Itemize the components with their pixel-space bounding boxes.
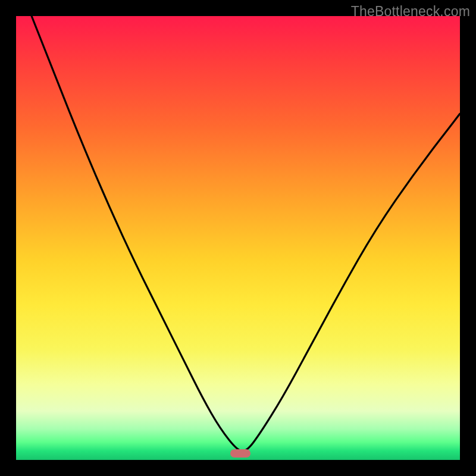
watermark-text: TheBottleneck.com (351, 4, 470, 20)
optimum-marker (230, 449, 250, 458)
chart-stage: TheBottleneck.com (0, 0, 476, 476)
bottleneck-curve-path (32, 16, 460, 451)
chart-plot-area (16, 16, 460, 460)
bottleneck-curve (16, 16, 460, 460)
